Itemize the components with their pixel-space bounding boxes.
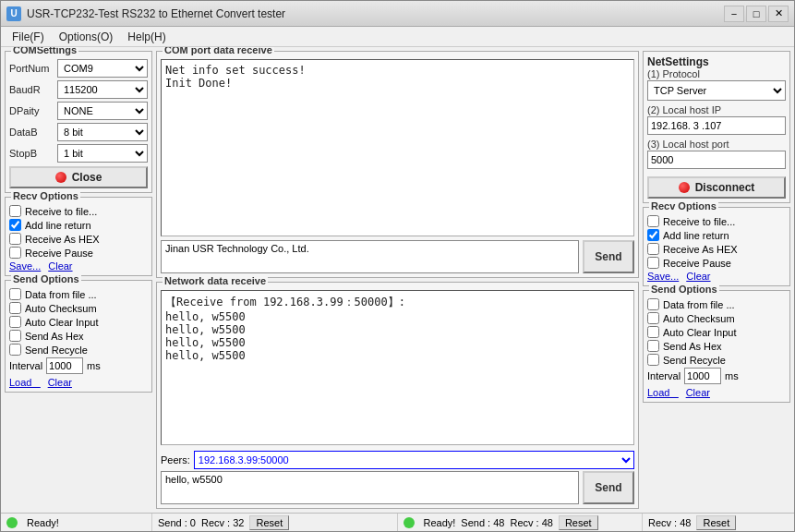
right-recv-to-file-checkbox[interactable] bbox=[647, 215, 659, 227]
left-receive-pause-checkbox[interactable] bbox=[9, 247, 21, 259]
left-clear-link2[interactable]: Clear bbox=[48, 377, 72, 388]
right-add-line-return-checkbox[interactable] bbox=[647, 229, 659, 241]
left-send-recycle-checkbox[interactable] bbox=[9, 344, 21, 356]
right-receive-pause-checkbox[interactable] bbox=[647, 257, 659, 269]
portnum-label: PortNum bbox=[9, 63, 57, 74]
network-send-button[interactable]: Send bbox=[583, 471, 634, 504]
databits-select[interactable]: 8 bit bbox=[57, 123, 148, 141]
menu-options[interactable]: Options(O) bbox=[52, 29, 121, 45]
left-send-as-hex-checkbox[interactable] bbox=[9, 330, 21, 342]
main-window: U USR-TCP232-Test RS232 to Ethernet Conv… bbox=[0, 0, 795, 532]
right-data-from-file-label: Data from file ... bbox=[663, 299, 735, 310]
titlebar-title: USR-TCP232-Test RS232 to Ethernet Conver… bbox=[27, 7, 724, 20]
com-port-send-row: Jinan USR Technology Co., Ltd. Send bbox=[157, 240, 638, 277]
left-add-line-return-checkbox[interactable] bbox=[9, 219, 21, 231]
network-send-input[interactable]: hello, w5500 bbox=[161, 471, 579, 504]
right-receive-as-hex-label: Receive As HEX bbox=[663, 244, 738, 255]
com-settings-label: COMSettings bbox=[11, 47, 78, 55]
right-interval-label: Interval bbox=[647, 370, 681, 381]
protocol-label: (1) Protocol bbox=[647, 68, 786, 79]
right-auto-checksum-label: Auto Checksum bbox=[663, 313, 735, 324]
com-status-part: Send : 0 Recv : 32 Reset bbox=[152, 514, 398, 531]
right-receive-as-hex-checkbox[interactable] bbox=[647, 243, 659, 255]
left-recv-to-file-checkbox[interactable] bbox=[9, 205, 21, 217]
databits-label: DataB bbox=[9, 127, 57, 138]
left-auto-clear-input-checkbox[interactable] bbox=[9, 316, 21, 328]
peers-select[interactable]: 192.168.3.99:50000 bbox=[194, 451, 634, 469]
left-send-recycle-label: Send Recycle bbox=[25, 345, 88, 356]
com-port-send-input[interactable]: Jinan USR Technology Co., Ltd. bbox=[161, 240, 579, 273]
left-receive-as-hex-label: Receive As HEX bbox=[25, 234, 100, 245]
minimize-button[interactable]: − bbox=[724, 6, 744, 22]
net-status-send: Send : 48 bbox=[461, 517, 504, 528]
left-interval-input[interactable] bbox=[46, 357, 83, 374]
right-load-link[interactable]: Load _ bbox=[647, 387, 679, 398]
right-panel: NetSettings (1) Protocol TCP Server (2) … bbox=[643, 51, 790, 509]
com-port-label: COM port data receive bbox=[163, 47, 274, 55]
peers-label: Peers: bbox=[161, 454, 190, 466]
right-auto-clear-input-checkbox[interactable] bbox=[647, 326, 659, 338]
left-send-as-hex-label: Send As Hex bbox=[25, 331, 84, 342]
right-data-from-file-checkbox[interactable] bbox=[647, 298, 659, 310]
right-clear-link[interactable]: Clear bbox=[686, 271, 710, 282]
right-status-part: Recv : 48 Reset bbox=[643, 514, 794, 531]
com-port-area: COM port data receive Net info set succe… bbox=[156, 51, 639, 278]
baudrate-select[interactable]: 115200 bbox=[57, 80, 148, 99]
right-auto-checksum-checkbox[interactable] bbox=[647, 312, 659, 324]
local-ip-input[interactable] bbox=[647, 116, 786, 135]
com-reset-button[interactable]: Reset bbox=[249, 515, 289, 530]
left-auto-checksum-label: Auto Checksum bbox=[25, 303, 97, 314]
com-settings-group: COMSettings PortNum COM9 BaudR 115200 bbox=[5, 51, 152, 193]
disconnect-red-dot bbox=[679, 182, 690, 193]
right-interval-input[interactable] bbox=[684, 368, 721, 384]
left-send-options-group: Send Options Data from file ... Auto Che… bbox=[5, 280, 152, 393]
left-interval-label: Interval bbox=[9, 360, 42, 371]
network-send-row: hello, w5500 Send bbox=[157, 471, 638, 508]
net-settings-group: NetSettings (1) Protocol TCP Server (2) … bbox=[643, 51, 790, 203]
right-interval-unit: ms bbox=[725, 370, 739, 381]
menu-file[interactable]: File(F) bbox=[5, 29, 52, 45]
left-receive-pause-label: Receive Pause bbox=[25, 248, 93, 259]
bottom-statusbar: Ready! Send : 0 Recv : 32 Reset Ready! S… bbox=[1, 513, 794, 531]
right-send-as-hex-checkbox[interactable] bbox=[647, 340, 659, 352]
right-reset-button[interactable]: Reset bbox=[696, 515, 736, 530]
disconnect-button[interactable]: Disconnect bbox=[647, 176, 786, 199]
left-status-part: Ready! bbox=[1, 514, 152, 531]
menu-help[interactable]: Help(H) bbox=[120, 29, 173, 45]
net-reset-button[interactable]: Reset bbox=[559, 515, 598, 530]
right-send-recycle-checkbox[interactable] bbox=[647, 354, 659, 366]
left-receive-as-hex-checkbox[interactable] bbox=[9, 233, 21, 245]
left-recv-options-group: Recv Options Receive to file... Add line… bbox=[5, 197, 152, 276]
menubar: File(F) Options(O) Help(H) bbox=[1, 27, 794, 47]
left-send-options-label: Send Options bbox=[11, 273, 81, 284]
close-button-com[interactable]: Close bbox=[9, 166, 148, 188]
baudrate-label: BaudR bbox=[9, 84, 57, 95]
dparity-select[interactable]: NONE bbox=[57, 102, 148, 120]
left-status-ready: Ready! bbox=[27, 517, 59, 528]
left-data-from-file-checkbox[interactable] bbox=[9, 288, 21, 300]
left-auto-checksum-checkbox[interactable] bbox=[9, 302, 21, 314]
left-load-link[interactable]: Load _ bbox=[9, 377, 41, 388]
left-recv-options-label: Recv Options bbox=[11, 190, 80, 201]
network-recv-text: 【Receive from 192.168.3.99：50000】: hello… bbox=[161, 290, 634, 445]
right-clear-link2[interactable]: Clear bbox=[686, 387, 710, 398]
right-receive-pause-label: Receive Pause bbox=[663, 258, 731, 269]
local-port-input[interactable] bbox=[647, 151, 786, 169]
dparity-label: DPaity bbox=[9, 105, 57, 116]
com-port-send-button[interactable]: Send bbox=[583, 240, 634, 273]
protocol-select[interactable]: TCP Server bbox=[647, 80, 786, 101]
local-port-label: (3) Local host port bbox=[647, 139, 786, 150]
right-send-as-hex-label: Send As Hex bbox=[663, 341, 722, 352]
stopbits-label: StopB bbox=[9, 148, 57, 159]
net-status-part: Ready! Send : 48 Recv : 48 Reset bbox=[398, 514, 644, 531]
stopbits-select[interactable]: 1 bit bbox=[57, 144, 148, 163]
left-clear-link[interactable]: Clear bbox=[48, 260, 72, 272]
portnum-select[interactable]: COM9 bbox=[57, 59, 148, 78]
net-settings-title: NetSettings bbox=[647, 55, 709, 68]
left-save-link[interactable]: Save... bbox=[9, 260, 41, 272]
maximize-button[interactable]: □ bbox=[746, 6, 766, 22]
right-save-link[interactable]: Save... bbox=[647, 271, 679, 282]
close-button[interactable]: ✕ bbox=[768, 6, 789, 22]
com-status-recv: Recv : 32 bbox=[201, 517, 244, 528]
net-status-green-dot bbox=[404, 517, 415, 528]
